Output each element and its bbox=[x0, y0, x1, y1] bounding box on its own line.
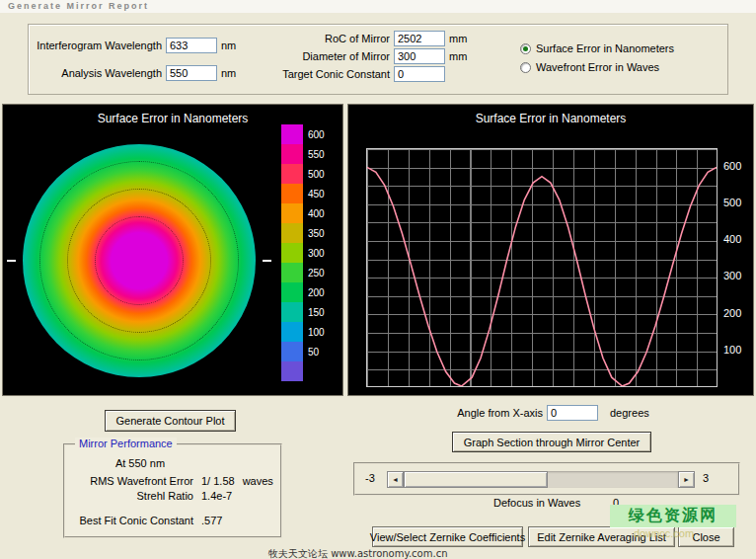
footer-text: 牧夫天文论坛 www.astronomy.com.cn bbox=[268, 547, 447, 559]
legend-swatch bbox=[281, 223, 303, 243]
best-fit-conic-value: .577 bbox=[201, 515, 222, 526]
contour-ring bbox=[39, 161, 240, 361]
watermark-badge: 绿色资源网 bbox=[610, 505, 736, 527]
app-window: Generate Mirror Report Interferogram Wav… bbox=[0, 0, 756, 559]
legend-row bbox=[281, 361, 334, 381]
y-axis-label: 400 bbox=[723, 233, 741, 245]
diameter-input[interactable] bbox=[394, 48, 445, 64]
interferogram-wavelength-input[interactable] bbox=[166, 38, 217, 53]
y-axis-label: 200 bbox=[723, 307, 741, 319]
rms-unit: waves bbox=[243, 475, 273, 487]
legend-row: 350 bbox=[281, 223, 334, 243]
analysis-wavelength-unit: nm bbox=[221, 67, 236, 79]
view-zernike-coefficients-button[interactable]: View/Select Zernike Coefficients bbox=[372, 526, 523, 547]
interferogram-wavelength-unit: nm bbox=[221, 40, 236, 51]
rms-label: RMS Wavefront Error bbox=[65, 475, 193, 487]
contour-plot bbox=[23, 144, 256, 377]
legend-swatch bbox=[281, 322, 303, 342]
legend-swatch bbox=[281, 124, 303, 144]
defocus-slider-group: -3 ◄ ► 3 bbox=[353, 462, 740, 496]
legend-label: 150 bbox=[308, 307, 334, 318]
graph-plot-area bbox=[366, 148, 718, 387]
axis-tick-right bbox=[263, 260, 271, 262]
parameters-panel: Interferogram Wavelength nm Analysis Wav… bbox=[28, 24, 728, 95]
radio-button-icon[interactable] bbox=[520, 43, 531, 54]
contour-plot-panel: Surface Error in Nanometers 600550500450… bbox=[2, 104, 343, 396]
legend-label: 350 bbox=[308, 228, 334, 239]
target-conic-input[interactable] bbox=[394, 66, 445, 82]
legend-row: 450 bbox=[281, 184, 334, 203]
defocus-max-label: 3 bbox=[703, 472, 709, 484]
radio-button-icon[interactable] bbox=[520, 62, 531, 73]
diameter-unit: mm bbox=[449, 50, 467, 62]
scrollbar-left-arrow-icon[interactable]: ◄ bbox=[387, 471, 404, 488]
legend-label: 100 bbox=[308, 327, 334, 338]
mirror-performance-group: Mirror Performance At 550 nm RMS Wavefro… bbox=[63, 443, 282, 538]
legend-row: 400 bbox=[281, 203, 334, 223]
window-title: Generate Mirror Report bbox=[8, 1, 149, 11]
angle-input[interactable] bbox=[547, 405, 598, 421]
diameter-label: Diameter of Mirror bbox=[265, 50, 390, 62]
roc-label: RoC of Mirror bbox=[265, 33, 390, 44]
legend-row: 150 bbox=[281, 302, 334, 322]
analysis-wavelength-label: Analysis Wavelength bbox=[35, 67, 162, 79]
strehl-label: Strehl Ratio bbox=[65, 490, 193, 502]
best-fit-conic-row: Best Fit Conic Constant .577 bbox=[65, 515, 222, 526]
legend-swatch bbox=[281, 282, 303, 302]
target-conic-label: Target Conic Constant bbox=[265, 68, 390, 80]
angle-field: Angle from X-axis degrees bbox=[452, 405, 649, 421]
color-scale: 60055050045040035030025020015010050 bbox=[281, 124, 334, 381]
legend-swatch bbox=[281, 184, 303, 203]
y-axis-label: 500 bbox=[723, 197, 741, 208]
angle-unit: degrees bbox=[610, 407, 649, 419]
legend-row: 500 bbox=[281, 164, 334, 184]
graph-panel-title: Surface Error in Nanometers bbox=[348, 112, 753, 125]
radio-wavefront-error-label: Wavefront Error in Waves bbox=[536, 61, 659, 73]
roc-input[interactable] bbox=[394, 31, 445, 46]
radio-surface-error[interactable]: Surface Error in Nanometers bbox=[520, 42, 674, 54]
strehl-ratio-row: Strehl Ratio 1.4e-7 bbox=[65, 490, 232, 502]
rms-value: 1/ 1.58 bbox=[201, 475, 235, 487]
best-fit-conic-label: Best Fit Conic Constant bbox=[65, 515, 193, 526]
y-axis-labels: 600500400300200100 bbox=[723, 105, 753, 395]
legend-row: 50 bbox=[281, 342, 334, 361]
y-axis-label: 100 bbox=[723, 344, 741, 356]
diameter-field: Diameter of Mirror mm bbox=[265, 47, 467, 65]
legend-row: 250 bbox=[281, 263, 334, 282]
radio-wavefront-error[interactable]: Wavefront Error in Waves bbox=[520, 61, 659, 73]
legend-swatch bbox=[281, 342, 303, 361]
analysis-wavelength-input[interactable] bbox=[166, 65, 217, 81]
y-axis-label: 300 bbox=[723, 270, 741, 281]
defocus-min-label: -3 bbox=[365, 472, 375, 484]
legend-row: 200 bbox=[281, 282, 334, 302]
defocus-label: Defocus in Waves bbox=[493, 497, 580, 509]
y-axis-label: 600 bbox=[723, 160, 741, 172]
interferogram-wavelength-field: Interferogram Wavelength nm bbox=[35, 37, 236, 54]
angle-label: Angle from X-axis bbox=[452, 407, 543, 419]
legend-label: 600 bbox=[308, 129, 334, 140]
legend-label: 200 bbox=[308, 287, 334, 298]
legend-label: 450 bbox=[308, 189, 334, 200]
axis-tick-left bbox=[7, 260, 16, 262]
legend-row: 300 bbox=[281, 243, 334, 263]
defocus-scrollbar[interactable]: ◄ ► bbox=[387, 471, 695, 488]
legend-label: 50 bbox=[308, 347, 334, 358]
legend-label: 300 bbox=[308, 248, 334, 259]
generate-contour-plot-button[interactable]: Generate Contour Plot bbox=[105, 410, 236, 432]
watermark-subtext: downcc.com bbox=[634, 527, 694, 539]
scrollbar-thumb[interactable] bbox=[404, 471, 548, 488]
legend-label: 400 bbox=[308, 208, 334, 219]
roc-field: RoC of Mirror mm bbox=[265, 30, 467, 47]
legend-row: 550 bbox=[281, 144, 334, 164]
performance-at-wavelength: At 550 nm bbox=[65, 457, 215, 469]
section-curve bbox=[367, 149, 717, 386]
target-conic-field: Target Conic Constant bbox=[265, 65, 445, 83]
scrollbar-track[interactable] bbox=[404, 471, 678, 488]
scrollbar-right-arrow-icon[interactable]: ► bbox=[678, 471, 695, 488]
rms-wavefront-error-row: RMS Wavefront Error 1/ 1.58 waves bbox=[65, 475, 273, 487]
legend-label: 500 bbox=[308, 169, 334, 180]
interferogram-wavelength-label: Interferogram Wavelength bbox=[35, 40, 162, 51]
section-graph-panel: Surface Error in Nanometers 600500400300… bbox=[347, 104, 754, 396]
legend-row: 100 bbox=[281, 322, 334, 342]
graph-section-button[interactable]: Graph Section through Mirror Center bbox=[452, 432, 651, 452]
